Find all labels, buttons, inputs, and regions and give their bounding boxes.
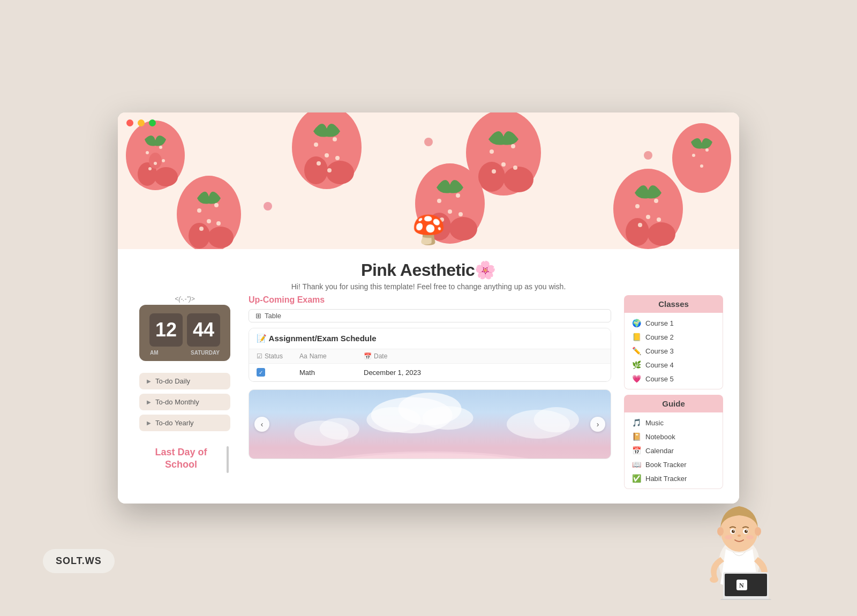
svg-point-61 xyxy=(366,407,420,432)
svg-point-22 xyxy=(478,162,505,192)
svg-point-54 xyxy=(646,215,650,219)
classes-section: Classes 🌍 Course 1 📒 Course 2 ✏️ Cours xyxy=(624,295,723,389)
class-course3[interactable]: ✏️ Course 3 xyxy=(625,344,723,358)
scroll-bar[interactable] xyxy=(227,446,229,473)
svg-point-86 xyxy=(738,535,741,537)
person-illustration: N xyxy=(696,493,782,600)
row-subject: Math xyxy=(299,369,364,377)
course3-icon: ✏️ xyxy=(632,347,641,355)
todo-daily-label: To-do Daily xyxy=(155,377,190,385)
carousel-image xyxy=(249,390,611,459)
course1-icon: 🌍 xyxy=(632,319,641,327)
svg-point-78 xyxy=(717,527,724,536)
svg-point-70 xyxy=(710,576,718,583)
clock-day: SATURDAY xyxy=(191,350,220,356)
svg-point-38 xyxy=(207,219,211,223)
habit-tracker-label: Habit Tracker xyxy=(645,475,687,483)
chevron-right-icon: ▶ xyxy=(147,378,151,384)
svg-point-17 xyxy=(325,153,329,157)
browser-window: 🍄 Pink Aesthetic🌸 Hi! Thank you for usin… xyxy=(118,112,739,504)
todo-yearly-label: To-do Yearly xyxy=(155,419,194,427)
todo-list: ▶ To-do Daily ▶ To-do Monthly ▶ To-do Ye… xyxy=(139,373,230,431)
svg-point-9 xyxy=(154,162,157,165)
svg-point-55 xyxy=(638,223,642,227)
svg-text:N: N xyxy=(739,582,744,589)
todo-daily[interactable]: ▶ To-do Daily xyxy=(139,373,230,389)
svg-point-35 xyxy=(208,227,234,248)
svg-point-15 xyxy=(314,142,318,147)
titlebar xyxy=(118,112,739,133)
guide-habit-tracker[interactable]: ✅ Habit Tracker xyxy=(625,471,723,485)
close-button[interactable] xyxy=(126,119,133,126)
minimize-button[interactable] xyxy=(138,119,145,126)
svg-point-43 xyxy=(449,217,477,241)
exams-section-title: Up-Coming Exams xyxy=(249,295,611,305)
guide-calendar[interactable]: 📅 Calendar xyxy=(625,444,723,457)
guide-music[interactable]: 🎵 Music xyxy=(625,416,723,430)
table-row[interactable]: ✓ Math December 1, 2023 xyxy=(249,364,611,381)
svg-point-13 xyxy=(304,156,328,184)
svg-point-28 xyxy=(513,166,517,170)
todo-monthly-label: To-do Monthly xyxy=(155,398,199,406)
svg-point-23 xyxy=(503,167,533,192)
svg-point-53 xyxy=(654,199,658,203)
svg-point-37 xyxy=(214,203,219,207)
svg-point-82 xyxy=(732,530,735,533)
table-tab[interactable]: ⊞ Table xyxy=(249,309,611,322)
clock-digits: 12 44 xyxy=(149,313,220,347)
page-title: Pink Aesthetic🌸 xyxy=(291,260,566,280)
classes-header: Classes xyxy=(624,295,723,313)
clock-widget: 12 44 AM SATURDAY xyxy=(139,305,230,361)
course2-icon: 📒 xyxy=(632,333,641,341)
svg-point-29 xyxy=(672,123,731,193)
guide-book-tracker[interactable]: 📖 Book Tracker xyxy=(625,457,723,471)
svg-point-6 xyxy=(149,153,162,169)
course1-label: Course 1 xyxy=(645,319,674,327)
svg-point-8 xyxy=(159,146,162,149)
left-panel: <(-.-")> 12 44 AM SATURDAY ▶ To-do Daily xyxy=(134,295,236,504)
svg-point-56 xyxy=(657,217,661,222)
class-course5[interactable]: 💗 Course 5 xyxy=(625,372,723,386)
calendar-label: Calendar xyxy=(645,447,674,455)
text-icon: Aa xyxy=(299,352,307,360)
row-date: December 1, 2023 xyxy=(364,369,603,377)
checkbox-icon: ☑ xyxy=(257,352,262,360)
class-course2[interactable]: 📒 Course 2 xyxy=(625,330,723,344)
course5-icon: 💗 xyxy=(632,374,641,383)
svg-point-24 xyxy=(490,149,494,154)
carousel-next-button[interactable]: › xyxy=(590,417,605,432)
calendar-guide-icon: 📅 xyxy=(632,446,641,455)
svg-point-84 xyxy=(733,530,734,531)
main-layout: <(-.-")> 12 44 AM SATURDAY ▶ To-do Daily xyxy=(118,295,739,504)
guide-notebook[interactable]: 📔 Notebook xyxy=(625,430,723,444)
carousel-prev-button[interactable]: ‹ xyxy=(254,417,269,432)
course2-label: Course 2 xyxy=(645,333,674,341)
svg-point-50 xyxy=(626,218,649,246)
class-course1[interactable]: 🌍 Course 1 xyxy=(625,316,723,330)
table-icon: ⊞ xyxy=(255,312,261,320)
svg-point-2 xyxy=(644,151,652,160)
maximize-button[interactable] xyxy=(149,119,156,126)
checked-checkbox[interactable]: ✓ xyxy=(257,368,265,377)
book-icon: 📖 xyxy=(632,460,641,469)
music-label: Music xyxy=(645,419,664,427)
todo-yearly[interactable]: ▶ To-do Yearly xyxy=(139,415,230,431)
class-course4[interactable]: 🌿 Course 4 xyxy=(625,358,723,372)
svg-point-10 xyxy=(148,167,152,170)
svg-point-45 xyxy=(456,193,460,198)
svg-point-31 xyxy=(705,148,709,152)
classes-list: 🌍 Course 1 📒 Course 2 ✏️ Course 3 🌿 xyxy=(624,313,723,389)
row-status[interactable]: ✓ xyxy=(257,368,299,377)
center-panel: Up-Coming Exams ⊞ Table 📝 Assignment/Exa… xyxy=(249,295,611,504)
page-subtitle: Hi! Thank you for using this template! F… xyxy=(291,282,566,291)
svg-rect-76 xyxy=(720,599,771,600)
svg-point-32 xyxy=(700,164,703,168)
svg-point-5 xyxy=(154,167,178,186)
svg-point-52 xyxy=(635,204,640,208)
svg-point-26 xyxy=(501,162,506,167)
svg-point-7 xyxy=(146,151,149,154)
svg-point-62 xyxy=(423,406,473,430)
svg-point-16 xyxy=(333,137,337,141)
todo-monthly[interactable]: ▶ To-do Monthly xyxy=(139,394,230,410)
habit-icon: ✅ xyxy=(632,474,641,483)
